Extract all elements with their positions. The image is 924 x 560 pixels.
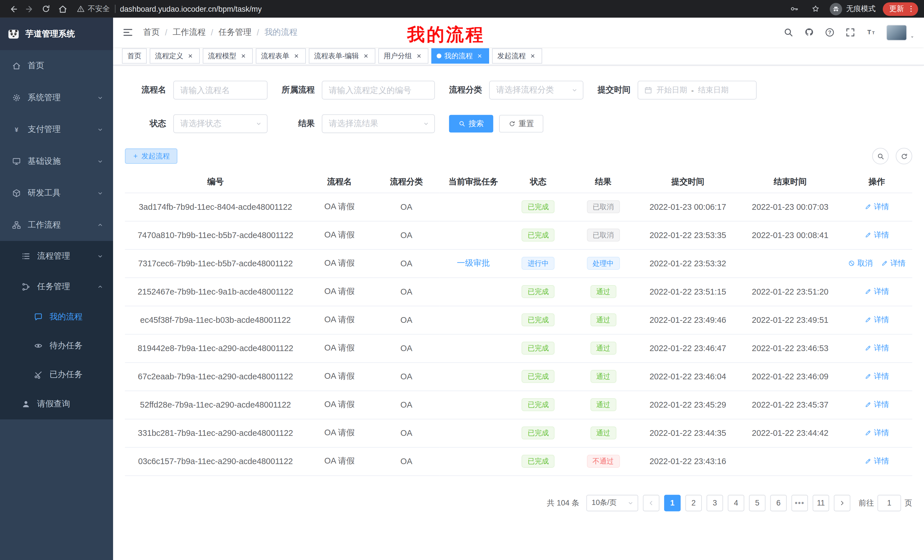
- pagination-ellipsis[interactable]: •••: [792, 495, 808, 511]
- search-button[interactable]: 搜索: [449, 115, 494, 132]
- page-button-4[interactable]: 4: [728, 495, 744, 511]
- sidebar-item-todo-tasks[interactable]: 待办任务: [0, 331, 113, 360]
- sidebar-item-my-processes[interactable]: 我的流程: [0, 302, 113, 331]
- edit-icon: [864, 401, 872, 408]
- incognito-badge[interactable]: 无痕模式: [830, 3, 876, 15]
- tab-process-model[interactable]: 流程模型: [203, 48, 253, 64]
- sidebar-item-system[interactable]: 系统管理: [0, 82, 113, 114]
- chat-bubble-icon: [34, 312, 43, 321]
- browser-reload-button[interactable]: [39, 2, 53, 16]
- next-page-button[interactable]: [834, 495, 850, 511]
- close-icon[interactable]: [476, 52, 484, 60]
- result-select[interactable]: 请选择流结果: [322, 114, 435, 133]
- tab-home[interactable]: 首页: [122, 48, 147, 64]
- close-icon[interactable]: [528, 52, 537, 60]
- status-badge: 进行中: [522, 257, 555, 270]
- browser-forward-button[interactable]: [22, 2, 36, 16]
- process-category-select[interactable]: 请选择流程分类: [489, 81, 584, 100]
- process-id: 2152467e-7b9b-11ec-9a1b-acde48001122: [138, 287, 293, 296]
- address-bar[interactable]: 不安全 dashboard.yudao.iocoder.cn/bpm/task/…: [76, 4, 785, 14]
- table-row: 7470a810-7b9b-11ec-b5b7-acde48001122 OA …: [125, 221, 912, 249]
- hamburger-icon: [122, 27, 134, 38]
- result-badge: 通过: [590, 285, 616, 298]
- user-menu[interactable]: [886, 24, 915, 40]
- status-select[interactable]: 请选择状态: [173, 114, 267, 133]
- detail-link[interactable]: 详情: [864, 371, 889, 382]
- detail-link[interactable]: 详情: [864, 202, 889, 212]
- page-size-select[interactable]: 10条/页: [586, 495, 638, 511]
- edit-icon: [864, 203, 872, 210]
- process-name: OA 请假: [324, 371, 355, 380]
- page-button-1[interactable]: 1: [664, 495, 681, 511]
- result-badge: 处理中: [587, 257, 620, 270]
- font-size-button[interactable]: [866, 27, 876, 38]
- detail-link[interactable]: 详情: [864, 428, 889, 438]
- detail-link[interactable]: 详情: [864, 314, 889, 325]
- chrome-update-button[interactable]: 更新: [883, 2, 918, 15]
- page-button-6[interactable]: 6: [770, 495, 787, 511]
- breadcrumb-workflow[interactable]: 工作流程: [172, 27, 206, 38]
- cancel-link[interactable]: 取消: [848, 258, 873, 269]
- page-button-11[interactable]: 11: [813, 495, 829, 511]
- process-definition-input[interactable]: [322, 81, 435, 100]
- close-icon[interactable]: [239, 52, 248, 60]
- toggle-search-button[interactable]: [872, 148, 889, 165]
- sidebar-item-payment[interactable]: 支付管理: [0, 114, 113, 145]
- detail-link[interactable]: 详情: [864, 230, 889, 240]
- table-row: 3ad174fb-7b9d-11ec-8404-acde48001122 OA …: [125, 193, 912, 221]
- sidebar-toggle-button[interactable]: [122, 27, 134, 38]
- reset-button[interactable]: 重置: [499, 115, 543, 132]
- detail-link[interactable]: 详情: [864, 399, 889, 410]
- submit-time-range-picker[interactable]: 开始日期 - 结束日期: [638, 81, 757, 100]
- tab-initiate-process[interactable]: 发起流程: [492, 48, 542, 64]
- close-icon[interactable]: [292, 52, 301, 60]
- process-category: OA: [400, 343, 412, 353]
- security-chip[interactable]: 不安全: [76, 4, 110, 14]
- sidebar-item-task-management[interactable]: 任务管理: [0, 271, 113, 302]
- detail-link[interactable]: 详情: [881, 258, 906, 269]
- process-id: 67c2eaab-7b9a-11ec-a290-acde48001122: [138, 371, 293, 381]
- prev-page-button[interactable]: [643, 495, 660, 511]
- process-category: OA: [400, 287, 412, 296]
- breadcrumb-home[interactable]: 首页: [143, 27, 160, 38]
- close-icon[interactable]: [186, 52, 195, 60]
- page-jump-input[interactable]: [878, 495, 901, 511]
- browser-home-button[interactable]: [56, 2, 70, 16]
- breadcrumb-task-management[interactable]: 任务管理: [218, 27, 252, 38]
- sidebar-item-home[interactable]: 首页: [0, 50, 113, 82]
- fullscreen-button[interactable]: [845, 27, 855, 38]
- sidebar-item-devtools[interactable]: 研发工具: [0, 177, 113, 209]
- sidebar-item-done-tasks[interactable]: 已办任务: [0, 360, 113, 389]
- page-button-2[interactable]: 2: [685, 495, 702, 511]
- tab-user-group[interactable]: 用户分组: [378, 48, 428, 64]
- initiate-process-button[interactable]: 发起流程: [125, 148, 178, 164]
- page-button-3[interactable]: 3: [706, 495, 723, 511]
- close-icon[interactable]: [362, 52, 370, 60]
- sidebar-item-workflow[interactable]: 工作流程: [0, 209, 113, 241]
- refresh-table-button[interactable]: [896, 148, 912, 165]
- tab-process-form-edit[interactable]: 流程表单-编辑: [309, 48, 375, 64]
- process-name-input[interactable]: [173, 81, 267, 100]
- detail-link[interactable]: 详情: [864, 286, 889, 297]
- current-task-link[interactable]: 一级审批: [457, 258, 490, 267]
- sidebar-item-infrastructure[interactable]: 基础设施: [0, 145, 113, 177]
- passkey-button[interactable]: [787, 2, 801, 16]
- tab-process-definition[interactable]: 流程定义: [150, 48, 200, 64]
- tab-process-form[interactable]: 流程表单: [256, 48, 306, 64]
- tab-my-processes[interactable]: 我的流程: [432, 48, 489, 64]
- app-logo[interactable]: 芋道管理系统: [0, 18, 113, 50]
- detail-link[interactable]: 详情: [864, 456, 889, 466]
- sidebar-item-process-management[interactable]: 流程管理: [0, 241, 113, 271]
- chevron-down-icon: [96, 253, 104, 260]
- detail-link[interactable]: 详情: [864, 343, 889, 353]
- close-icon[interactable]: [415, 52, 423, 60]
- github-link[interactable]: [804, 27, 814, 38]
- header-search-button[interactable]: [783, 27, 794, 38]
- home-icon: [57, 4, 68, 14]
- page-button-5[interactable]: 5: [749, 495, 765, 511]
- table-row: 331bc281-7b9a-11ec-a290-acde48001122 OA …: [125, 419, 912, 447]
- docs-help-button[interactable]: [824, 27, 835, 38]
- bookmark-button[interactable]: [808, 2, 823, 16]
- sidebar-item-leave-query[interactable]: 请假查询: [0, 389, 113, 419]
- browser-back-button[interactable]: [6, 2, 20, 16]
